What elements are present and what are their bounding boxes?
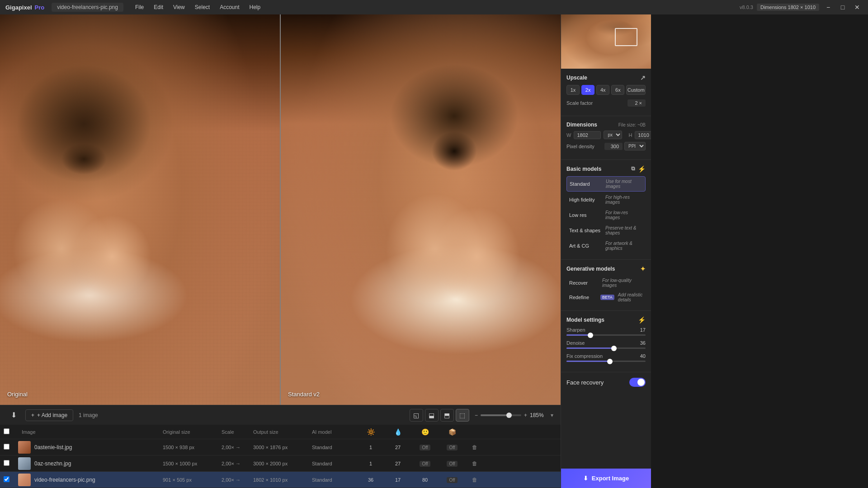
scale-3: 2,00× → <box>222 477 253 483</box>
close-button[interactable]: ✕ <box>852 2 863 13</box>
minimize-button[interactable]: − <box>823 2 834 13</box>
split-vertical-button[interactable]: ⬒ <box>440 409 454 422</box>
menu-help[interactable]: Help <box>245 3 265 11</box>
sharpen-thumb[interactable] <box>588 333 593 338</box>
table-row[interactable]: video-freelancers-pic.png 901 × 505 px 2… <box>0 472 561 488</box>
width-input[interactable] <box>574 131 601 139</box>
maximize-button[interactable]: □ <box>837 2 848 13</box>
menu-edit[interactable]: Edit <box>149 3 168 11</box>
original-face-detail <box>0 14 280 405</box>
w-label: W <box>566 132 571 138</box>
menu-account[interactable]: Account <box>215 3 244 11</box>
model-art-cg[interactable]: Art & CG For artwork & graphics <box>566 239 646 253</box>
file-list-header: Image Original size Scale Output size AI… <box>0 425 561 439</box>
col-header-compression: 📦 <box>439 428 466 436</box>
select-all-checkbox[interactable] <box>4 428 9 434</box>
filename-2: 0az-snezhn.jpg <box>34 460 71 467</box>
row-checkbox-2[interactable] <box>4 460 18 467</box>
view-controls: ◱ ⬓ ⬒ ⬚ <box>410 409 469 422</box>
fix-compression-value: 40 <box>640 353 646 359</box>
delete-btn-3[interactable]: 🗑 <box>466 477 484 483</box>
zoom-slider[interactable] <box>481 414 521 416</box>
height-input[interactable] <box>635 131 651 139</box>
header-checkbox[interactable] <box>4 428 18 436</box>
basic-models-title: Basic models ⧉ ⚡ <box>566 165 646 173</box>
denoise-thumb[interactable] <box>611 346 617 351</box>
zoom-plus-icon[interactable]: + <box>524 412 527 418</box>
split-divider[interactable] <box>280 14 281 405</box>
preview-face <box>561 14 651 69</box>
preview-selector[interactable] <box>615 28 637 46</box>
copy-icon[interactable]: ⧉ <box>631 165 635 173</box>
delete-btn-2[interactable]: 🗑 <box>466 460 484 467</box>
model-standard[interactable]: Standard Use for most images <box>566 176 646 192</box>
download-button[interactable]: ⬇ <box>7 409 20 422</box>
upscale-custom-button[interactable]: Custom <box>626 85 646 95</box>
menu-select[interactable]: Select <box>190 3 214 11</box>
face-recovery-toggle[interactable] <box>629 378 646 387</box>
model-low-res[interactable]: Low res For low-res images <box>566 208 646 222</box>
app-pro-badge: Pro <box>35 4 45 11</box>
menu-file[interactable]: File <box>131 3 148 11</box>
version-badge: v8.0.3 <box>740 5 753 10</box>
compression-3: Off <box>439 477 466 483</box>
generative-models-title: Generative models ✦ <box>566 265 646 272</box>
orig-size-2: 1500 × 1000 px <box>163 461 222 466</box>
model-settings-section: Model settings ⚡ Sharpen 17 Denoise 36 <box>561 311 651 372</box>
upscale-4x-button[interactable]: 4x <box>596 85 609 95</box>
split-horizontal-button[interactable]: ⬓ <box>425 409 439 422</box>
table-row[interactable]: 0az-snezhn.jpg 1500 × 1000 px 2,00× → 30… <box>0 455 561 472</box>
pixel-density-unit-select[interactable]: PPI <box>624 142 646 150</box>
dimensions-title: Dimensions <box>566 122 597 128</box>
image-list-panel: Original Standard v2 ⬇ + + Add image 1 i… <box>0 14 561 488</box>
model-high-fidelity[interactable]: High fidelity For high-res images <box>566 192 646 207</box>
canvas-area[interactable]: Original Standard v2 <box>0 14 561 405</box>
width-unit-select[interactable]: px <box>604 131 622 139</box>
dimensions-section: Dimensions File size: ~0B W px H px Pixe… <box>561 116 651 160</box>
sharpen-fill <box>566 334 590 336</box>
single-view-button[interactable]: ◱ <box>410 409 423 422</box>
add-image-button[interactable]: + + Add image <box>25 409 73 421</box>
lightning-icon: ⚡ <box>638 165 646 173</box>
app-name: Gigapixel <box>5 4 32 11</box>
sharpen-3: 36 <box>357 477 384 483</box>
delete-btn-1[interactable]: 🗑 <box>466 444 484 450</box>
model-text-shapes[interactable]: Text & shapes Preserve text & shapes <box>566 223 646 238</box>
col-header-out-size: Output size <box>253 429 312 435</box>
face-2: Off <box>411 461 439 466</box>
fix-compression-slider[interactable] <box>566 361 646 362</box>
sharpen-label: Sharpen <box>566 327 585 333</box>
titlebar-left: Gigapixel Pro video-freelancers-pic.png … <box>5 3 265 12</box>
sharpen-value: 17 <box>640 327 646 333</box>
gen-model-redefine[interactable]: Redefine BETA Add realistic details <box>566 291 646 304</box>
zoom-dropdown[interactable]: ▾ <box>551 412 553 418</box>
pixel-density-value: 300 <box>604 143 623 150</box>
col-header-sharpen: 🔆 <box>357 428 384 436</box>
row-checkbox-1[interactable] <box>4 444 18 451</box>
zoom-control: − + 185% ▾ <box>475 412 553 418</box>
col-header-scale: Scale <box>222 429 253 435</box>
menu-view[interactable]: View <box>169 3 189 11</box>
upscale-6x-button[interactable]: 6x <box>611 85 624 95</box>
add-image-label: + Add image <box>37 412 67 418</box>
table-row[interactable]: 0astenie-list.jpg 1500 × 938 px 2,00× → … <box>0 439 561 455</box>
row-checkbox-3[interactable] <box>4 476 18 483</box>
side-by-side-button[interactable]: ⬚ <box>456 409 469 422</box>
gen-model-recover[interactable]: Recover For low-quality images <box>566 276 646 290</box>
model-lr-desc: For low-res images <box>605 210 643 220</box>
toggle-knob <box>637 379 645 386</box>
upscale-1x-button[interactable]: 1x <box>566 85 580 95</box>
export-button[interactable]: ⬇ Export Image <box>561 469 651 488</box>
sharpen-header: Sharpen 17 <box>566 327 646 333</box>
sharpen-slider[interactable] <box>566 334 646 336</box>
upscale-2x-button[interactable]: 2x <box>581 85 594 95</box>
out-size-1: 3000 × 1876 px <box>253 445 312 450</box>
zoom-minus-icon[interactable]: − <box>475 412 478 418</box>
thumbnail-3 <box>18 474 31 486</box>
sharpen-slider-row: Sharpen 17 <box>566 327 646 336</box>
upscale-icon[interactable]: ↗ <box>640 74 646 81</box>
denoise-slider[interactable] <box>566 347 646 349</box>
fix-compression-thumb[interactable] <box>607 359 613 364</box>
split-v-icon: ⬒ <box>444 412 450 419</box>
dimensions-value: 1802 × 1010 <box>788 5 816 10</box>
